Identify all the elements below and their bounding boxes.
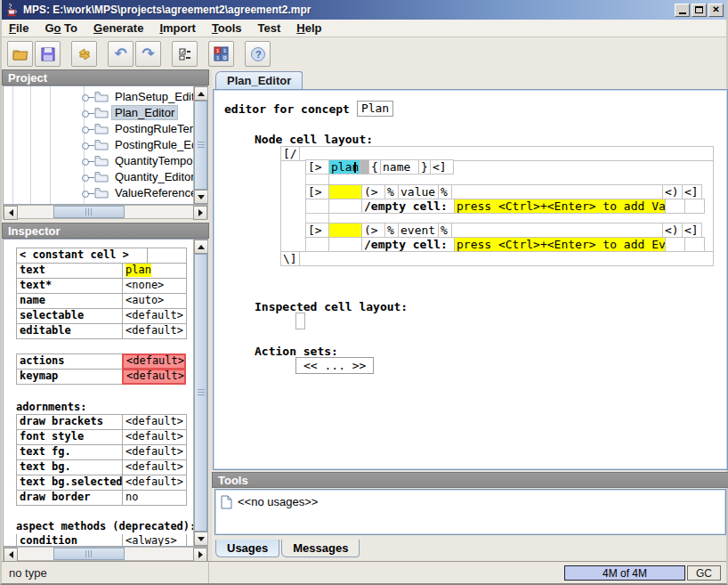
reload-button[interactable]: [71, 41, 97, 67]
list-close-cell[interactable]: \]: [280, 251, 300, 266]
scroll-right-button[interactable]: [193, 206, 207, 220]
add-event-hint-cell[interactable]: press <Ctrl>+<Enter> to add Event: [454, 237, 666, 252]
inspected-empty-cell[interactable]: [295, 313, 305, 329]
percent-cell[interactable]: %: [384, 223, 399, 238]
percent-cell[interactable]: %: [384, 184, 399, 199]
empty-cell[interactable]: [451, 184, 663, 199]
menu-help[interactable]: Help: [296, 20, 329, 36]
empty-cell[interactable]: [305, 199, 329, 214]
inspector-row-font-style[interactable]: font style <default>: [16, 430, 196, 445]
ref-open-cell[interactable]: (>: [361, 184, 385, 199]
maximize-button[interactable]: [692, 4, 707, 17]
empty-cell[interactable]: [299, 251, 714, 266]
empty-cell[interactable]: [328, 199, 362, 214]
scroll-up-button[interactable]: [194, 240, 208, 254]
inspector-row-text-bg[interactable]: text bg. <default>: [16, 460, 196, 475]
empty-cell[interactable]: [665, 237, 685, 252]
empty-cell[interactable]: [328, 237, 362, 252]
empty-cell-label[interactable]: /empty cell:: [361, 199, 455, 214]
list-open-cell[interactable]: [/: [280, 146, 300, 161]
close-button[interactable]: ✕: [708, 4, 724, 17]
tree-item-postingruletemp[interactable]: PostingRuleTemp: [4, 120, 192, 136]
concept-name-cell[interactable]: Plan: [357, 101, 393, 117]
empty-cell-label[interactable]: /empty cell:: [361, 237, 455, 252]
brace-open-cell[interactable]: {: [368, 159, 381, 175]
yellow-empty-cell[interactable]: [328, 223, 362, 238]
scroll-up-button[interactable]: [194, 86, 208, 101]
tab-plan-editor[interactable]: Plan_Editor: [215, 71, 303, 89]
name-property-cell[interactable]: name: [380, 159, 419, 175]
collection-open-cell[interactable]: [>: [305, 159, 329, 175]
empty-cell[interactable]: [684, 237, 705, 252]
yellow-empty-cell[interactable]: [328, 184, 362, 199]
ref-open-cell[interactable]: (>: [361, 223, 385, 238]
tree-item-plansetup-editor[interactable]: PlanSetup_Edito: [4, 88, 192, 104]
inspector-row-draw-border[interactable]: draw border no: [16, 491, 196, 506]
inspector-row-draw-brackets[interactable]: draw brackets <default>: [16, 415, 196, 430]
tab-usages[interactable]: Usages: [215, 540, 279, 557]
inspector-vertical-scrollbar[interactable]: [193, 240, 207, 546]
scroll-thumb[interactable]: [194, 101, 207, 190]
scroll-right-button[interactable]: [193, 548, 207, 562]
collection-close-cell[interactable]: <]: [682, 184, 702, 199]
percent-cell[interactable]: %: [438, 223, 452, 238]
undo-button[interactable]: ↶: [108, 41, 133, 67]
action-sets-cell[interactable]: << ... >>: [295, 357, 374, 374]
tree-item-valuereference[interactable]: ValueReference_: [4, 184, 192, 200]
menu-import[interactable]: Import: [159, 20, 203, 36]
add-value-hint-cell[interactable]: press <Ctrl>+<Enter> to add Value: [454, 199, 666, 214]
empty-cell[interactable]: [451, 223, 663, 238]
collection-close-cell[interactable]: <]: [430, 159, 454, 175]
inspector-row-name[interactable]: name <auto>: [16, 294, 196, 309]
scroll-left-button[interactable]: [4, 548, 18, 562]
inspector-row-editable[interactable]: editable <default>: [16, 324, 196, 339]
menu-goto[interactable]: Go To: [44, 20, 85, 36]
collection-close-cell[interactable]: <]: [682, 223, 702, 238]
menu-generate[interactable]: Generate: [93, 20, 151, 36]
inspector-row-condition[interactable]: condition <always>: [16, 534, 196, 547]
inspector-row-text-bg-selected[interactable]: text bg.selected <default>: [16, 475, 196, 491]
tree-item-quantity-editor[interactable]: Quantity_Editor: [4, 168, 192, 184]
inspector-row-text[interactable]: text plan: [16, 264, 196, 279]
gc-button[interactable]: GC: [687, 565, 721, 581]
tree-item-postingrule-editor[interactable]: PostingRule_Edit: [4, 136, 192, 152]
usages-view[interactable]: <<no usages>>: [214, 489, 726, 535]
project-vertical-scrollbar[interactable]: [193, 86, 207, 204]
project-horizontal-scrollbar[interactable]: [3, 205, 208, 219]
empty-cell[interactable]: [665, 199, 685, 214]
ref-close-cell[interactable]: <): [662, 184, 683, 199]
brace-close-cell[interactable]: }: [418, 159, 431, 175]
minimize-button[interactable]: [675, 4, 690, 17]
generate-button[interactable]: 1 1 1 0: [208, 41, 234, 67]
scroll-thumb[interactable]: [194, 254, 207, 532]
ref-close-cell[interactable]: <): [662, 223, 683, 238]
collection-open-cell[interactable]: [>: [305, 223, 329, 238]
node-cell-layout-grid[interactable]: [/ [> plan { name } <]: [280, 147, 714, 266]
inspector-row-text-star[interactable]: text* <none>: [16, 279, 196, 294]
plan-editor-canvas[interactable]: editor for concept Plan Node cell layout…: [213, 89, 728, 470]
menu-file[interactable]: File: [9, 20, 36, 36]
title-bar[interactable]: MPS: E:\work\MPS\projects\agreement2\agr…: [2, 0, 726, 20]
tree-item-plan-editor[interactable]: Plan_Editor: [4, 104, 192, 120]
inspector-horizontal-scrollbar[interactable]: [3, 547, 208, 561]
scroll-left-button[interactable]: [4, 206, 18, 220]
collection-open-cell[interactable]: [>: [305, 184, 329, 199]
inspector-row-actions[interactable]: actions <default>: [16, 354, 196, 370]
help-button[interactable]: ?: [245, 41, 271, 67]
inspector-row-text-fg[interactable]: text fg. <default>: [16, 445, 196, 460]
open-button[interactable]: [7, 41, 33, 67]
value-property-cell[interactable]: value: [398, 184, 439, 199]
tree-item-quantitytempor[interactable]: QuantityTempor: [4, 152, 192, 168]
inspector-row-selectable[interactable]: selectable <default>: [16, 309, 196, 324]
save-button[interactable]: [35, 41, 61, 67]
inspector-row-keymap[interactable]: keymap <default>: [16, 370, 196, 385]
empty-cell[interactable]: [684, 199, 705, 214]
menu-test[interactable]: Test: [258, 20, 289, 36]
scroll-down-button[interactable]: [194, 532, 208, 546]
scroll-thumb[interactable]: [53, 548, 125, 560]
scroll-down-button[interactable]: [194, 190, 208, 204]
options-button[interactable]: [172, 41, 198, 67]
plan-constant-cell-selected[interactable]: plan: [328, 159, 360, 175]
scroll-thumb[interactable]: [53, 206, 125, 218]
redo-button[interactable]: ↷: [135, 41, 161, 67]
